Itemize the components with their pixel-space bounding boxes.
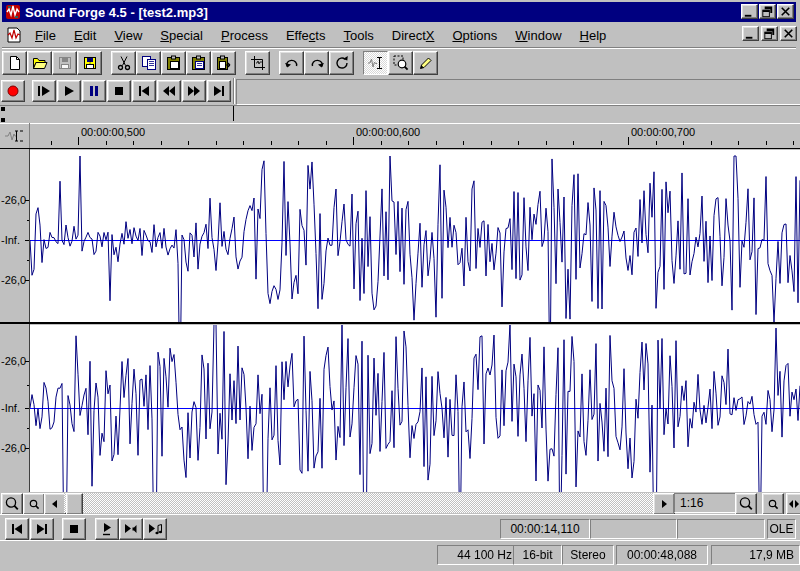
main-toolbar: ?	[2, 49, 447, 77]
db-label: -26,0	[1, 355, 26, 367]
scrollbar-track[interactable]	[64, 493, 653, 513]
rewind-button[interactable]	[157, 80, 181, 102]
paste-special-button[interactable]	[186, 51, 211, 75]
zoom-in-time-button[interactable]	[762, 493, 784, 515]
menu-options[interactable]: Options	[443, 25, 506, 46]
overview-bar[interactable]	[0, 105, 800, 124]
edit-tool-button[interactable]	[363, 51, 388, 75]
zoom-out-time-button[interactable]	[735, 493, 757, 515]
play-device-button[interactable]	[119, 518, 143, 540]
play-normal-icon	[99, 521, 115, 537]
app-icon[interactable]	[5, 4, 21, 20]
copy-icon	[141, 55, 157, 71]
db-label: -26,0	[1, 194, 26, 206]
repeat-button[interactable]	[329, 51, 354, 75]
zoom-out-button[interactable]	[1, 493, 23, 515]
minimize-button[interactable]	[742, 26, 759, 41]
menu-directx[interactable]: DirectX	[383, 25, 444, 46]
title-bar[interactable]: Sound Forge 4.5 - [test2.mp3]	[2, 2, 796, 22]
pause-button[interactable]	[82, 80, 106, 102]
play-all-button[interactable]	[32, 80, 56, 102]
waveform-left-channel[interactable]	[30, 150, 800, 323]
new-button[interactable]	[2, 51, 27, 75]
db-label: -Inf.	[1, 234, 20, 246]
stop-button[interactable]	[62, 518, 86, 540]
restore-button[interactable]	[759, 4, 776, 19]
menu-process[interactable]: Process	[212, 25, 277, 46]
menu-file[interactable]: File	[26, 25, 65, 46]
scrollbar-thumb[interactable]	[66, 493, 83, 515]
selection-marker-bottom	[1, 118, 5, 122]
redo-button[interactable]	[304, 51, 329, 75]
zoom-window-button[interactable]	[786, 493, 800, 515]
open-button[interactable]	[27, 51, 52, 75]
magnify-button[interactable]	[388, 51, 413, 75]
paste-to-new-icon	[216, 55, 232, 71]
edit-tool-indicator	[0, 123, 30, 148]
play-sample-button[interactable]	[143, 518, 167, 540]
close-button[interactable]	[777, 4, 794, 19]
play-normal-button[interactable]	[95, 518, 119, 540]
play-device-icon	[123, 521, 139, 537]
go-to-start-button[interactable]	[132, 80, 156, 102]
time-ruler[interactable]: 00:00:00,50000:00:00,60000:00:00,700	[30, 123, 800, 149]
go-to-end-icon	[211, 83, 227, 99]
go-to-end-button[interactable]	[30, 518, 54, 540]
undo-button[interactable]	[279, 51, 304, 75]
overview-cursor[interactable]	[233, 106, 234, 121]
go-to-start-icon	[9, 521, 25, 537]
pencil-icon	[418, 55, 434, 71]
ole-status: OLE	[767, 519, 796, 539]
go-to-end-button[interactable]	[207, 80, 231, 102]
restore-button[interactable]	[761, 26, 778, 41]
status-bar: 44 100 Hz 16-bit Stereo 00:00:48,088 17,…	[0, 540, 800, 567]
copy-button[interactable]	[136, 51, 161, 75]
menu-view[interactable]: View	[105, 25, 151, 46]
forward-icon	[186, 83, 202, 99]
minimize-button[interactable]	[741, 4, 758, 19]
bit-depth: 16-bit	[513, 545, 562, 565]
edit-tool-icon	[368, 55, 384, 71]
menu-tools[interactable]: Tools	[334, 25, 382, 46]
waveform-right-channel[interactable]	[30, 325, 800, 493]
magnify-icon	[393, 55, 409, 71]
trim-button[interactable]	[245, 51, 270, 75]
forward-button[interactable]	[182, 80, 206, 102]
play-all-icon	[36, 83, 52, 99]
stop-button[interactable]	[107, 80, 131, 102]
scroll-left-button[interactable]	[44, 493, 66, 515]
menu-special[interactable]: Special	[151, 25, 212, 46]
ruler-time-label: 00:00:00,500	[81, 126, 145, 138]
save-as-button[interactable]: ?	[77, 51, 102, 75]
menu-help[interactable]: Help	[571, 25, 616, 46]
go-to-end-icon	[34, 521, 50, 537]
zoom-ratio[interactable]: 1:16	[674, 493, 740, 513]
go-to-start-button[interactable]	[5, 518, 29, 540]
svg-text:?: ?	[88, 58, 92, 65]
close-button[interactable]	[780, 26, 797, 41]
selection-start-display	[590, 519, 677, 539]
go-to-start-icon	[136, 83, 152, 99]
pause-icon	[86, 83, 102, 99]
transport-bar	[0, 78, 234, 104]
menu-effects[interactable]: Effects	[277, 25, 335, 46]
channel-divider[interactable]	[0, 322, 800, 324]
record-button[interactable]	[1, 80, 25, 102]
menu-edit[interactable]: Edit	[65, 25, 105, 46]
waveform-display: -26,0-Inf.-26,0-26,0-Inf.-26,0	[0, 148, 800, 493]
selection-marker-top	[1, 107, 5, 111]
db-label: -Inf.	[1, 402, 20, 414]
ruler-time-label: 00:00:00,700	[631, 126, 695, 138]
paste-to-new-button[interactable]	[211, 51, 236, 75]
channel-mode: Stereo	[562, 545, 614, 565]
scroll-right-button[interactable]	[653, 493, 675, 515]
paste-button[interactable]	[161, 51, 186, 75]
menu-window[interactable]: Window	[506, 25, 570, 46]
pencil-button[interactable]	[413, 51, 438, 75]
play-button[interactable]	[57, 80, 81, 102]
save-button[interactable]	[52, 51, 77, 75]
new-icon	[7, 55, 23, 71]
cut-button[interactable]	[111, 51, 136, 75]
document-icon[interactable]	[6, 27, 22, 43]
zoom-in-button[interactable]	[23, 493, 45, 515]
